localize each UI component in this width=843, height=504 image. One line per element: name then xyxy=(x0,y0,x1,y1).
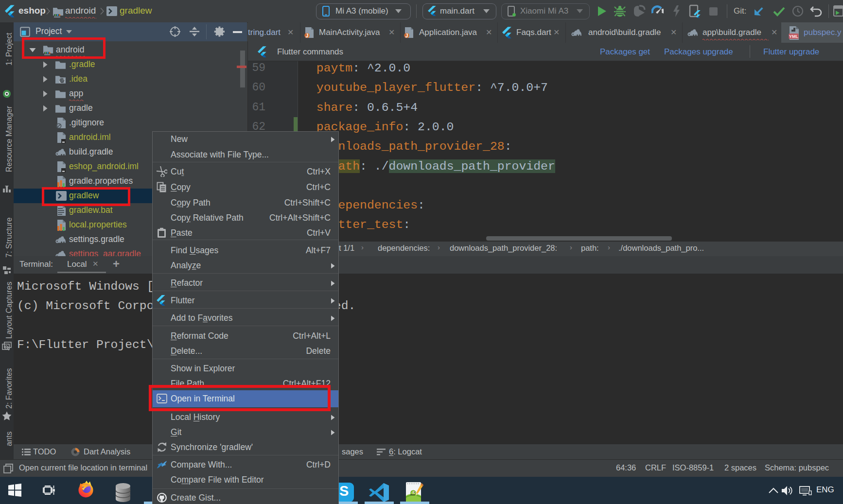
svg-text:J: J xyxy=(405,33,408,38)
svg-text:J: J xyxy=(306,33,309,38)
svg-text:YML: YML xyxy=(789,34,799,39)
